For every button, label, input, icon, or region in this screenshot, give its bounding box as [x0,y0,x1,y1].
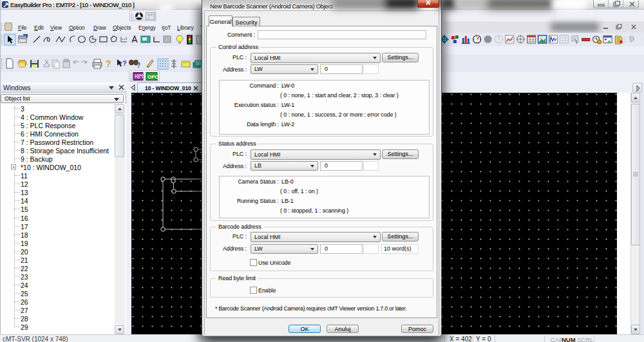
svg-text:?: ? [137,62,140,69]
svg-text:?: ? [106,59,111,69]
svg-text:?: ? [122,59,127,67]
svg-text:OPC: OPC [147,74,159,80]
